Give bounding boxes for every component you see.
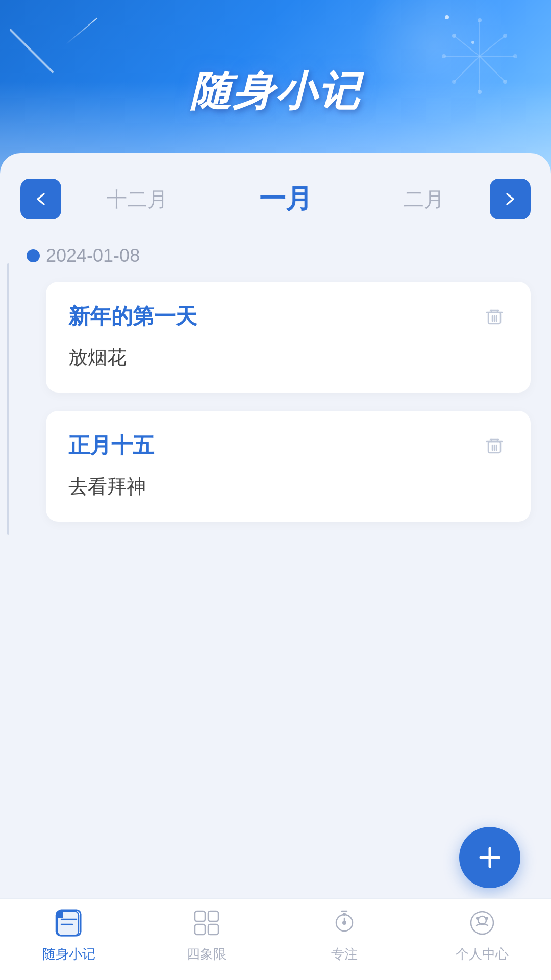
- trash-icon-1: [484, 306, 505, 327]
- svg-point-50: [476, 917, 479, 920]
- note-title-2: 正月十五: [68, 431, 154, 460]
- timeline: 2024-01-08 新年的第一天: [20, 245, 531, 522]
- delete-button-2[interactable]: [481, 432, 508, 459]
- current-month-label: 一月: [259, 181, 312, 217]
- svg-point-49: [478, 916, 486, 924]
- svg-line-7: [454, 36, 480, 56]
- svg-point-51: [485, 917, 488, 920]
- add-note-fab[interactable]: [459, 827, 520, 888]
- bottom-navigation: 随身小记 四象限 专注: [0, 898, 551, 980]
- svg-rect-42: [208, 924, 218, 935]
- nav-item-notes[interactable]: 随身小记: [0, 905, 138, 963]
- note-card-1[interactable]: 新年的第一天 放烟花: [46, 282, 531, 393]
- nav-label-focus: 专注: [331, 945, 358, 963]
- nav-label-notes: 随身小记: [42, 945, 95, 963]
- svg-point-15: [452, 34, 456, 38]
- note-content-1: 放烟花: [68, 343, 508, 372]
- nav-item-matrix[interactable]: 四象限: [138, 905, 276, 963]
- chevron-left-icon: [33, 191, 49, 207]
- svg-point-14: [442, 54, 446, 58]
- svg-point-10: [513, 54, 517, 58]
- svg-point-9: [503, 34, 507, 38]
- note-card-2[interactable]: 正月十五 去看拜神: [46, 411, 531, 522]
- prev-month-button[interactable]: [20, 179, 61, 219]
- svg-point-44: [343, 913, 346, 916]
- timeline-dot: [27, 249, 40, 262]
- date-label: 2024-01-08: [46, 245, 140, 266]
- chevron-right-icon: [502, 191, 518, 207]
- svg-line-1: [480, 36, 505, 56]
- prev-month-label: 十二月: [107, 185, 168, 213]
- focus-icon: [327, 905, 362, 940]
- timeline-date-row: 2024-01-08: [46, 245, 531, 266]
- svg-rect-40: [208, 911, 218, 921]
- timeline-line: [7, 263, 9, 535]
- svg-point-48: [471, 912, 493, 934]
- profile-icon: [465, 905, 499, 940]
- month-navigation: 十二月 一月 二月: [20, 179, 531, 219]
- svg-line-5: [454, 56, 480, 82]
- svg-point-47: [342, 921, 346, 925]
- delete-button-1[interactable]: [481, 303, 508, 330]
- plus-icon: [475, 843, 504, 872]
- note-content-2: 去看拜神: [68, 472, 508, 501]
- trash-icon-2: [484, 435, 505, 456]
- note-title-1: 新年的第一天: [68, 302, 197, 331]
- month-labels: 十二月 一月 二月: [61, 181, 490, 217]
- nav-item-focus[interactable]: 专注: [276, 905, 413, 963]
- nav-label-matrix: 四象限: [187, 945, 227, 963]
- nav-label-profile: 个人中心: [456, 945, 509, 963]
- app-title: 随身小记: [190, 64, 361, 119]
- main-card: 十二月 一月 二月 2024-01-08 新年的第一天: [0, 153, 551, 949]
- notes-icon: [52, 905, 86, 940]
- next-month-button[interactable]: [490, 179, 531, 219]
- svg-line-3: [480, 56, 505, 82]
- svg-rect-38: [56, 911, 63, 918]
- decoration-star1: [66, 18, 98, 45]
- svg-rect-39: [195, 911, 205, 921]
- matrix-icon: [189, 905, 224, 940]
- svg-point-8: [478, 18, 482, 22]
- next-month-label: 二月: [404, 185, 444, 213]
- note-header-2: 正月十五: [68, 431, 508, 460]
- svg-rect-41: [195, 924, 205, 935]
- nav-item-profile[interactable]: 个人中心: [413, 905, 551, 963]
- note-header-1: 新年的第一天: [68, 302, 508, 331]
